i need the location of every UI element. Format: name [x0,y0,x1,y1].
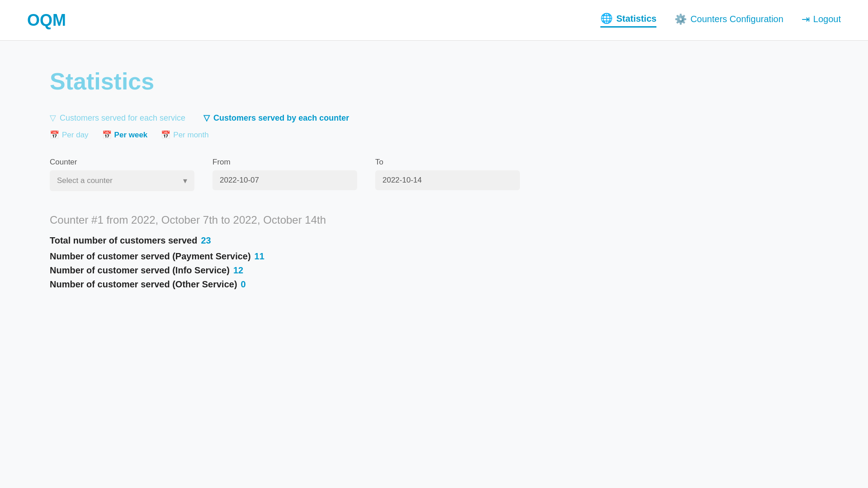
calendar-icon-month: 📅 [161,130,170,140]
main-nav: 🌐 Statistics ⚙️ Counters Configuration ⇥… [600,13,841,28]
service-row-0: Number of customer served (Payment Servi… [50,251,818,262]
logout-icon: ⇥ [802,14,810,25]
chevron-down-icon: ▾ [183,176,187,186]
main-content: Statistics ▽ Customers served for each s… [0,41,868,320]
results-section: Counter #1 from 2022, October 7th to 202… [50,214,818,290]
counter-select-value: Select a counter [57,176,113,185]
period-tab-per-week[interactable]: 📅 Per week [102,130,148,140]
nav-statistics[interactable]: 🌐 Statistics [600,13,656,28]
service-label-0: Number of customer served (Payment Servi… [50,251,251,262]
filter-tabs: ▽ Customers served for each service ▽ Cu… [50,113,818,123]
counter-select[interactable]: Select a counter ▾ [50,170,194,191]
service-value-0: 11 [255,251,264,262]
filter-icon-service: ▽ [50,113,56,123]
service-label-2: Number of customer served (Other Service… [50,279,237,290]
service-value-1: 12 [233,265,243,276]
nav-logout[interactable]: ⇥ Logout [802,14,841,27]
service-value-2: 0 [241,279,246,290]
period-tab-per-day[interactable]: 📅 Per day [50,130,89,140]
total-customers-label: Total number of customers served [50,235,197,246]
form-row: Counter Select a counter ▾ From To [50,158,818,191]
to-group: To [375,158,520,190]
results-title: Counter #1 from 2022, October 7th to 202… [50,214,818,226]
total-customers-value: 23 [201,235,211,246]
to-label: To [375,158,520,167]
gear-icon: ⚙️ [675,14,687,25]
header: OQM 🌐 Statistics ⚙️ Counters Configurati… [0,0,868,41]
service-row-2: Number of customer served (Other Service… [50,279,818,290]
nav-counters-config[interactable]: ⚙️ Counters Configuration [675,14,783,27]
calendar-icon-day: 📅 [50,130,59,140]
from-group: From [212,158,357,190]
statistics-icon: 🌐 [600,13,613,24]
counter-label: Counter [50,158,194,167]
service-row-1: Number of customer served (Info Service)… [50,265,818,276]
calendar-icon-week: 📅 [102,130,112,140]
period-tabs: 📅 Per day 📅 Per week 📅 Per month [50,130,818,140]
from-input[interactable] [212,170,357,190]
from-label: From [212,158,357,167]
to-input[interactable] [375,170,520,190]
total-customers-row: Total number of customers served 23 [50,235,818,246]
filter-tab-per-service[interactable]: ▽ Customers served for each service [50,113,185,123]
filter-tab-per-counter[interactable]: ▽ Customers served by each counter [203,113,349,123]
service-label-1: Number of customer served (Info Service) [50,265,230,276]
filter-icon-counter: ▽ [203,113,210,123]
counter-group: Counter Select a counter ▾ [50,158,194,191]
page-title: Statistics [50,68,818,95]
app-logo: OQM [27,11,66,30]
period-tab-per-month[interactable]: 📅 Per month [161,130,208,140]
